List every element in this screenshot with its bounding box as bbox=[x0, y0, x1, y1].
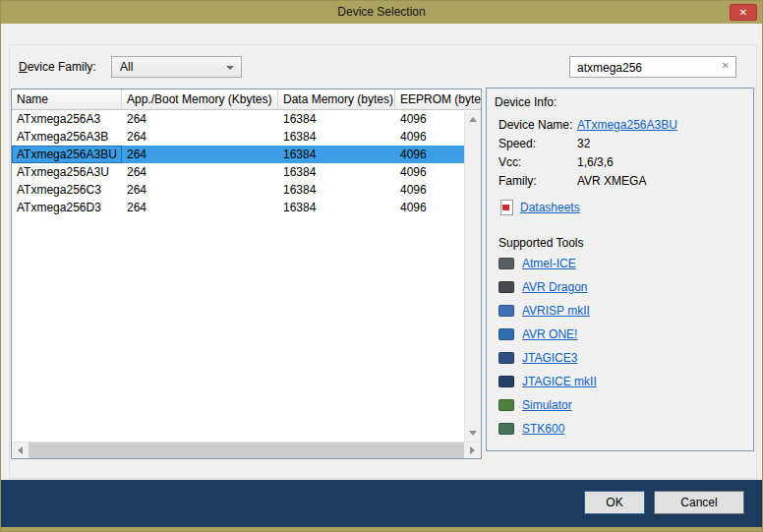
avrisp-mkii-icon bbox=[499, 305, 514, 317]
field-value: AVR XMEGA bbox=[577, 174, 646, 188]
header-app-boot-memory[interactable]: App./Boot Memory (Kbytes) bbox=[122, 89, 278, 110]
close-button[interactable]: ✕ bbox=[730, 4, 757, 21]
memory-cell: 264 bbox=[122, 199, 278, 216]
device-name-cell: ATxmega256A3B bbox=[12, 128, 122, 146]
device-row[interactable]: ATxmega256A3B 264 16384 4096 bbox=[12, 128, 481, 146]
table-header-row: Name App./Boot Memory (Kbytes) Data Memo… bbox=[12, 89, 481, 110]
tool-row: AVR ONE! bbox=[499, 323, 597, 346]
tool-row: JTAGICE mkII bbox=[499, 370, 597, 393]
data-memory-cell: 16384 bbox=[278, 181, 395, 199]
tool-row: STK600 bbox=[499, 417, 597, 441]
device-family-label: Device Family: bbox=[19, 60, 96, 74]
memory-cell: 264 bbox=[122, 181, 278, 199]
header-name[interactable]: Name bbox=[12, 89, 122, 110]
device-table: Name App./Boot Memory (Kbytes) Data Memo… bbox=[11, 89, 482, 459]
device-name-link[interactable]: ATxmega256A3BU bbox=[577, 118, 677, 132]
scroll-down-icon[interactable] bbox=[465, 425, 481, 442]
device-row[interactable]: ATxmega256A3U 264 16384 4096 bbox=[12, 163, 481, 181]
datasheets-row: Datasheets bbox=[500, 200, 580, 215]
search-box: ✕ bbox=[569, 56, 736, 78]
data-memory-cell: 16384 bbox=[278, 146, 395, 163]
tool-link[interactable]: AVRISP mkII bbox=[522, 304, 590, 318]
avr-dragon-icon bbox=[499, 281, 514, 293]
tool-link[interactable]: AVR ONE! bbox=[522, 327, 577, 341]
tool-row: AVR Dragon bbox=[499, 275, 597, 299]
tool-link[interactable]: JTAGICE3 bbox=[522, 351, 577, 365]
tool-link[interactable]: STK600 bbox=[522, 422, 564, 436]
supported-tools-title: Supported Tools bbox=[499, 236, 584, 250]
chevron-down-icon bbox=[226, 66, 234, 70]
search-input[interactable] bbox=[575, 58, 717, 78]
atmel-ice-icon bbox=[499, 258, 514, 269]
device-info-fields: Device Name: ATxmega256A3BU Speed: 32 Vc… bbox=[499, 118, 745, 193]
avr-one-icon bbox=[499, 328, 514, 340]
memory-cell: 264 bbox=[122, 163, 278, 181]
field-label: Vcc: bbox=[499, 155, 577, 169]
device-row[interactable]: ATxmega256C3 264 16384 4096 bbox=[12, 181, 481, 199]
jtagice3-icon bbox=[499, 352, 514, 364]
field-value: 32 bbox=[577, 137, 590, 150]
tool-row: Simulator bbox=[499, 393, 597, 417]
vertical-scrollbar[interactable] bbox=[464, 111, 481, 442]
device-name-cell: ATxmega256D3 bbox=[12, 199, 122, 216]
window-title: Device Selection bbox=[1, 5, 762, 19]
cancel-button[interactable]: Cancel bbox=[654, 491, 744, 514]
tool-link[interactable]: JTAGICE mkII bbox=[522, 375, 597, 388]
title-bar: Device Selection ✕ bbox=[1, 1, 762, 24]
stk600-icon bbox=[499, 423, 514, 435]
data-memory-cell: 16384 bbox=[278, 128, 395, 146]
memory-cell: 264 bbox=[122, 128, 278, 146]
footer-bar: OK Cancel bbox=[1, 480, 762, 527]
memory-cell: 264 bbox=[122, 110, 278, 128]
data-memory-cell: 16384 bbox=[278, 163, 395, 181]
jtagice-mkii-icon bbox=[499, 376, 514, 387]
data-memory-cell: 16384 bbox=[278, 110, 395, 128]
data-memory-cell: 16384 bbox=[278, 199, 395, 216]
device-family-value: All bbox=[120, 60, 133, 74]
device-row-selected[interactable]: ATxmega256A3BU 264 16384 4096 bbox=[12, 146, 481, 163]
device-name-cell: ATxmega256A3BU bbox=[12, 146, 122, 163]
field-value: 1,6/3,6 bbox=[577, 155, 614, 169]
device-row[interactable]: ATxmega256D3 264 16384 4096 bbox=[12, 199, 481, 216]
device-name-cell: ATxmega256C3 bbox=[12, 181, 122, 199]
field-vcc: Vcc: 1,6/3,6 bbox=[499, 155, 745, 174]
tool-row: AVRISP mkII bbox=[499, 299, 597, 323]
field-label: Speed: bbox=[499, 137, 577, 150]
scroll-left-icon[interactable] bbox=[12, 443, 29, 458]
field-label: Device Name: bbox=[499, 118, 577, 132]
datasheets-link[interactable]: Datasheets bbox=[520, 201, 580, 214]
device-info-title: Device Info: bbox=[495, 95, 557, 109]
tool-link[interactable]: AVR Dragon bbox=[522, 280, 587, 294]
device-row[interactable]: ATxmega256A3 264 16384 4096 bbox=[12, 110, 481, 128]
tool-link[interactable]: Atmel-ICE bbox=[522, 257, 576, 270]
device-info-panel: Device Info: Device Name: ATxmega256A3BU… bbox=[486, 88, 754, 451]
scroll-up-icon[interactable] bbox=[465, 111, 481, 128]
window-bottom-border bbox=[1, 527, 762, 531]
field-device-name: Device Name: ATxmega256A3BU bbox=[499, 118, 745, 137]
scroll-right-icon[interactable] bbox=[464, 443, 481, 458]
datasheet-pdf-icon bbox=[500, 200, 513, 215]
field-family: Family: AVR XMEGA bbox=[499, 174, 745, 193]
header-eeprom[interactable]: EEPROM (bytes) bbox=[395, 89, 481, 110]
simulator-icon bbox=[499, 399, 514, 411]
tool-row: JTAGICE3 bbox=[499, 346, 597, 370]
ok-button[interactable]: OK bbox=[584, 491, 645, 514]
device-name-cell: ATxmega256A3U bbox=[12, 163, 122, 181]
field-speed: Speed: 32 bbox=[499, 137, 745, 155]
supported-tools-list: Atmel-ICE AVR Dragon AVRISP mkII AVR ONE… bbox=[499, 252, 597, 441]
device-family-dropdown[interactable]: All bbox=[111, 56, 242, 78]
clear-search-icon[interactable]: ✕ bbox=[722, 60, 730, 71]
horizontal-scrollbar[interactable] bbox=[12, 442, 481, 458]
horizontal-scroll-thumb[interactable] bbox=[29, 443, 464, 458]
device-selection-dialog: Device Selection ✕ Device Family: All ✕ … bbox=[0, 0, 763, 532]
tool-row: Atmel-ICE bbox=[499, 252, 597, 275]
device-name-cell: ATxmega256A3 bbox=[12, 110, 122, 128]
field-label: Family: bbox=[499, 174, 577, 188]
close-icon: ✕ bbox=[739, 7, 747, 18]
tool-link[interactable]: Simulator bbox=[522, 398, 572, 412]
memory-cell: 264 bbox=[122, 146, 278, 163]
header-data-memory[interactable]: Data Memory (bytes) bbox=[278, 89, 395, 110]
